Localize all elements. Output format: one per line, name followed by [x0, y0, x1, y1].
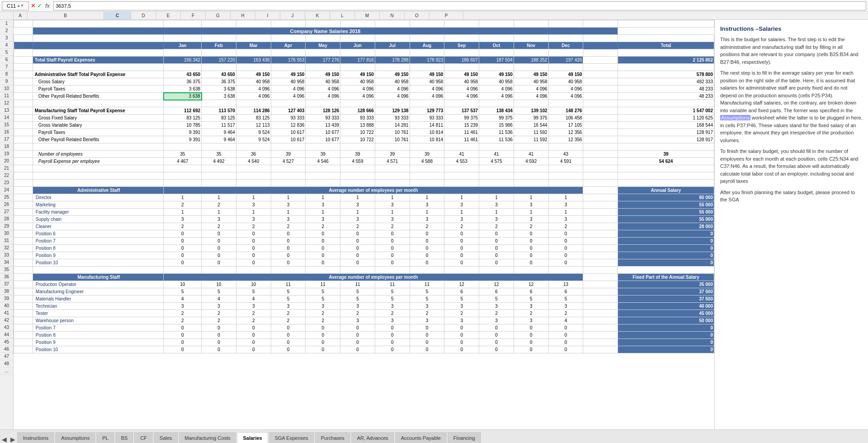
row-16: 16	[0, 129, 13, 136]
col-header-c[interactable]: C	[104, 12, 131, 19]
col-header-g[interactable]: G	[206, 12, 231, 19]
tab-manufacturing-costs[interactable]: Manufacturing Costs	[179, 432, 236, 443]
mfg-payroll-taxes-row: Payroll Taxes 9 391 9 464 9 524 10 617 1…	[14, 129, 714, 136]
row-27: 27	[0, 208, 13, 215]
tab-instructions[interactable]: Instructions	[17, 432, 54, 443]
row-25: 25	[0, 194, 13, 201]
tab-nav-left[interactable]: ◀	[0, 436, 9, 443]
instructions-title: Instructions –Salaries	[720, 25, 863, 32]
row-39: 39	[0, 295, 13, 302]
position8-admin-row: Position 8 0 0 0 0 0 0 0 0 0 0 0 0 0	[14, 245, 714, 252]
row-38: 38	[0, 288, 13, 295]
row-45: 45	[0, 338, 13, 346]
formula-input[interactable]	[53, 1, 866, 10]
row-22	[14, 172, 714, 180]
admin-other-benefits-row: Other Payroll Related Benefits 3 638 3 6…	[14, 93, 714, 100]
admin-gross-salary-row: Gross Salary 36 375 36 375 40 958 40 958…	[14, 78, 714, 86]
tab-cf[interactable]: CF	[134, 432, 153, 443]
col-header-b[interactable]: B	[27, 12, 104, 19]
row-35: 35	[0, 266, 13, 273]
admin-payroll-taxes-row: Payroll Taxes 3 638 3 638 4 096 4 096 4 …	[14, 86, 714, 93]
row-12	[14, 100, 714, 107]
position10-mfg-row: Position 10 0 0 0 0 0 0 0 0 0 0 0 0 0	[14, 346, 714, 353]
col-header-m[interactable]: M	[355, 12, 380, 19]
col-header-f[interactable]: F	[181, 12, 206, 19]
mfg-engineer-row: Manufacturing Engineer 5 5 5 5 5 5 5 5 6…	[14, 288, 714, 295]
tab-sga-expenses[interactable]: SGA Expenses	[269, 432, 314, 443]
col-header-p[interactable]: P	[429, 12, 463, 19]
cell-name-box[interactable]: C11 ▲▼	[2, 1, 29, 10]
row-33: 33	[0, 252, 13, 259]
col-header-a[interactable]: A	[14, 12, 27, 19]
position9-mfg-row: Position 9 0 0 0 0 0 0 0 0 0 0 0 0 0	[14, 339, 714, 346]
materials-handler-row: Materials Handler 4 4 4 5 5 5 5 5 5 5 5 …	[14, 295, 714, 303]
tab-sales[interactable]: Sales	[154, 432, 178, 443]
row-23	[14, 180, 714, 187]
mfg-gross-variable-row: Gross Variable Salary 10 785 11 517 12 1…	[14, 122, 714, 129]
position7-mfg-row: Position 7 0 0 0 0 0 0 0 0 0 0 0 0 0	[14, 324, 714, 332]
cell-reference: C11	[7, 3, 16, 9]
row-35	[14, 267, 714, 274]
col-header-e[interactable]: E	[156, 12, 181, 19]
formula-bar: C11 ▲▼ ✕ ✓ fx	[0, 0, 868, 12]
tester-row: Tester 2 2 2 2 2 2 2 2 2 2 2 2 45 000	[14, 310, 714, 317]
col-header-o[interactable]: O	[405, 12, 429, 19]
col-header-n[interactable]: N	[380, 12, 405, 19]
row-17: 17	[0, 136, 13, 143]
instructions-para3: To finish the salary budget, you should …	[720, 148, 863, 185]
row-41: 41	[0, 310, 13, 317]
column-headers: A B C D E F G H I J K L M N O P	[0, 12, 868, 20]
cancel-icon[interactable]: ✕	[31, 2, 36, 9]
col-header-j[interactable]: J	[280, 12, 305, 19]
tab-pl[interactable]: PL	[96, 432, 114, 443]
production-operator-row: Production Operator 10 10 10 11 11 11 11…	[14, 281, 714, 288]
director-row: Director 1 1 1 1 1 1 1 1 1 1 1 1 80 000	[14, 194, 714, 201]
row-19: 19	[0, 150, 13, 157]
marketing-row: Marketing 2 2 3 3 3 3 3 3 3 3 3 3 55 000	[14, 201, 714, 209]
position6-row: Position 6 0 0 0 0 0 0 0 0 0 0 0 0 0	[14, 230, 714, 238]
position10-admin-row: Position 10 0 0 0 0 0 0 0 0 0 0 0 0 0	[14, 259, 714, 267]
cleaner-row: Cleaner 2 2 2 2 2 2 2 2 2 2 2 2 28 000	[14, 223, 714, 230]
row-48: 48	[0, 360, 13, 367]
row-30: 30	[0, 230, 13, 237]
tab-nav-right[interactable]: ▶	[9, 436, 17, 443]
row-23: 23	[0, 179, 13, 186]
num-employees-row: Number of employees 35 35 36 39 39 39 39…	[14, 151, 714, 158]
tab-ar-advances[interactable]: AR, Advances	[351, 432, 394, 443]
row-8: 8	[0, 71, 13, 78]
row-28: 28	[0, 215, 13, 223]
col-header-i[interactable]: I	[255, 12, 280, 19]
row-12: 12	[0, 100, 13, 107]
row-headers: 1 2 3 4 5 6 7 8 9 10 11 12 13 14 15 16 1…	[0, 20, 14, 429]
mfg-gross-fixed-row: Gross Fixed Salary 83 125 83 125 83 125 …	[14, 114, 714, 122]
row-37: 37	[0, 281, 13, 288]
tab-purchases[interactable]: Purchases	[315, 432, 350, 443]
row-43: 43	[0, 324, 13, 331]
tab-assumptions[interactable]: Assumptions	[55, 432, 95, 443]
tab-accounts-payable[interactable]: Accounts Payable	[395, 432, 447, 443]
row-22: 22	[0, 172, 13, 179]
col-header-d[interactable]: D	[131, 12, 156, 19]
tab-financing[interactable]: Financing	[448, 432, 481, 443]
row-36: 36	[0, 273, 13, 281]
row-24: 24	[0, 186, 13, 194]
col-header-k[interactable]: K	[305, 12, 330, 19]
spreadsheet-container: 1 2 3 4 5 6 7 8 9 10 11 12 13 14 15 16 1…	[0, 20, 868, 429]
col-header-h[interactable]: H	[231, 12, 255, 19]
row-5: 5	[0, 49, 13, 56]
row-18	[14, 143, 714, 151]
confirm-icon[interactable]: ✓	[37, 2, 42, 9]
mfg-staff-total-row: Manufacturing Staff Total Payroll Expens…	[14, 107, 714, 114]
mfg-other-benefits-row: Other Payroll Related Benefits 9 391 9 4…	[14, 136, 714, 143]
instructions-para1: This is the budget for salaries. The fir…	[720, 36, 863, 66]
fx-icon: fx	[45, 2, 50, 9]
tab-bs[interactable]: BS	[115, 432, 134, 443]
row-20: 20	[0, 157, 13, 165]
row-1: 1	[0, 20, 13, 27]
row-11: 11	[0, 92, 13, 100]
warehouse-row: Warehouse person 2 2 2 2 2 3 3 3 3 3 3 4…	[14, 317, 714, 324]
col-header-l[interactable]: L	[330, 12, 355, 19]
tab-salaries[interactable]: Salaries	[237, 432, 268, 443]
row-44: 44	[0, 331, 13, 338]
row-18: 18	[0, 143, 13, 150]
